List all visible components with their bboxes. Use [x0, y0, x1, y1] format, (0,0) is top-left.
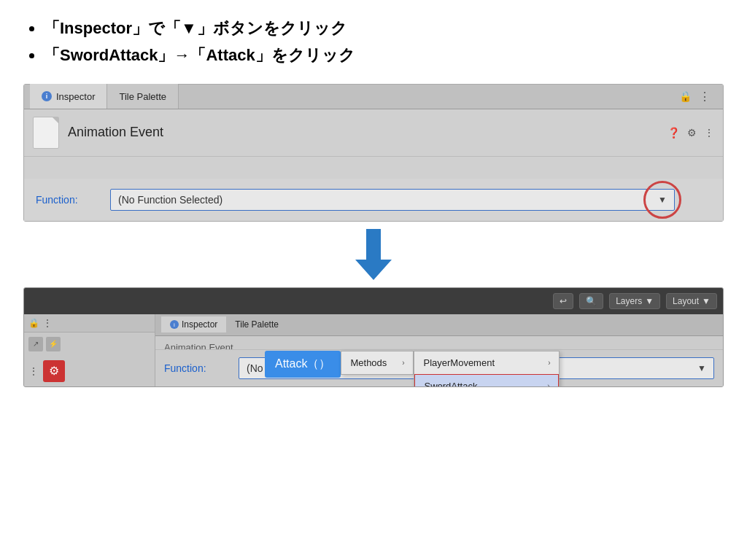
function-dropdown[interactable]: (No Function Selected) ▼ — [110, 189, 675, 211]
dropdown-menu-overlay: Attack（） Methods › PlayerMovement › Sw — [265, 351, 560, 387]
anim-header-icons: ❓ ⚙ ⋮ — [667, 127, 714, 139]
left-sidebar: 🔒 ⋮ ↗ ⚡ ⋮ ⚙ — [24, 314, 155, 386]
sword-attack-label: SwordAttack — [424, 381, 477, 387]
down-arrow-icon — [352, 229, 395, 280]
submenu-sword-attack[interactable]: SwordAttack › — [414, 374, 559, 387]
sidebar-icon-2[interactable]: ⚡ — [46, 337, 61, 351]
instruction-line-2: 「SwordAttack」→「Attack」をクリック — [44, 42, 725, 69]
function-value: (No Function Selected) — [118, 194, 222, 206]
function-row: Function: (No Function Selected) ▼ — [24, 179, 723, 221]
sidebar-gear-row: ⋮ ⚙ — [28, 360, 150, 382]
gear-icon-area: ⚙ — [43, 360, 65, 382]
anim-event-header: Animation Event ❓ ⚙ ⋮ — [24, 109, 723, 157]
submenu-player-movement[interactable]: PlayerMovement › — [414, 351, 559, 374]
methods-label: Methods — [350, 357, 387, 368]
layout-arrow-icon: ▼ — [702, 296, 711, 306]
lock-icon: 🔒 — [679, 90, 692, 102]
undo-icon: ↩ — [560, 296, 567, 306]
header-dots-icon[interactable]: ⋮ — [704, 127, 714, 139]
panel-spacer — [24, 157, 723, 179]
instructions-block: 「Inspector」で「▼」ボタンをクリック 「SwordAttack」→「A… — [22, 15, 725, 69]
file-icon — [33, 117, 59, 149]
sidebar-gear-area: ⋮ ⚙ — [24, 356, 155, 386]
tabs-right: 🔒 ⋮ — [679, 90, 717, 104]
unity-toolbar: ↩ 🔍 Layers ▼ Layout ▼ — [24, 288, 723, 314]
info-icon: i — [42, 91, 52, 101]
layout-label: Layout — [673, 296, 699, 306]
top-panel-tabs: i Inspector Tile Palette 🔒 ⋮ — [24, 85, 723, 109]
sidebar-lock-icon: 🔒 — [28, 318, 39, 328]
dropdown-arrow-icon[interactable]: ▼ — [658, 195, 667, 205]
search-icon: 🔍 — [586, 296, 597, 306]
sidebar-dots-2[interactable]: ⋮ — [28, 365, 39, 377]
player-movement-label: PlayerMovement — [423, 357, 495, 368]
methods-chevron-icon: › — [402, 359, 404, 367]
layers-label: Layers — [616, 296, 642, 306]
bottom-info-icon: i — [170, 320, 179, 329]
layers-arrow-icon: ▼ — [645, 296, 654, 306]
gear-icon: ⚙ — [49, 364, 59, 378]
question-icon[interactable]: ❓ — [667, 127, 680, 139]
settings-icon[interactable]: ⚙ — [687, 127, 697, 139]
sidebar-dots-icon[interactable]: ⋮ — [42, 317, 53, 329]
bottom-function-label: Function: — [164, 362, 230, 374]
methods-menu: Methods › — [341, 351, 414, 375]
bottom-tab-tile-label: Tile Palette — [235, 319, 279, 330]
layers-dropdown[interactable]: Layers ▼ — [609, 293, 660, 309]
anim-event-title: Animation Event — [68, 125, 659, 140]
top-inspector-panel: i Inspector Tile Palette 🔒 ⋮ Animation E… — [23, 84, 724, 222]
sidebar-icon-row: ↗ ⚡ — [24, 332, 155, 356]
bottom-inspector-panel: i Inspector Tile Palette Animation Event… — [155, 314, 723, 386]
tabs-left: i Inspector Tile Palette — [30, 84, 179, 109]
instruction-line-1: 「Inspector」で「▼」ボタンをクリック — [44, 15, 725, 42]
tab-inspector-label: Inspector — [56, 91, 95, 102]
attack-button[interactable]: Attack（） — [265, 351, 341, 378]
layout-dropdown[interactable]: Layout ▼ — [666, 293, 717, 309]
tab-inspector[interactable]: i Inspector — [30, 84, 107, 109]
undo-button[interactable]: ↩ — [553, 293, 573, 309]
sword-attack-chevron: › — [547, 382, 549, 387]
tab-tile-palette[interactable]: Tile Palette — [107, 84, 179, 109]
arrow-container — [22, 222, 725, 287]
bottom-dropdown-arrow-icon[interactable]: ▼ — [697, 363, 706, 373]
right-submenu: PlayerMovement › SwordAttack › ✓ (No Fun… — [414, 351, 560, 387]
bottom-content-area: 🔒 ⋮ ↗ ⚡ ⋮ ⚙ i — [24, 314, 723, 386]
dots-icon[interactable]: ⋮ — [699, 90, 711, 104]
bottom-tab-inspector-label: Inspector — [182, 319, 217, 330]
sidebar-icon-1[interactable]: ↗ — [28, 337, 43, 351]
player-movement-chevron: › — [548, 359, 550, 367]
bottom-tab-inspector[interactable]: i Inspector — [161, 316, 226, 332]
bottom-tab-tile-palette[interactable]: Tile Palette — [226, 316, 287, 332]
bottom-panel-tabs: i Inspector Tile Palette — [155, 314, 723, 336]
sidebar-top-row: 🔒 ⋮ — [24, 314, 155, 332]
function-label: Function: — [36, 194, 101, 206]
methods-item[interactable]: Methods › — [341, 351, 413, 374]
tab-tile-palette-label: Tile Palette — [119, 91, 166, 102]
search-button[interactable]: 🔍 — [579, 293, 603, 309]
bottom-panel: ↩ 🔍 Layers ▼ Layout ▼ 🔒 ⋮ ↗ ⚡ — [23, 287, 724, 387]
svg-marker-0 — [355, 229, 392, 280]
